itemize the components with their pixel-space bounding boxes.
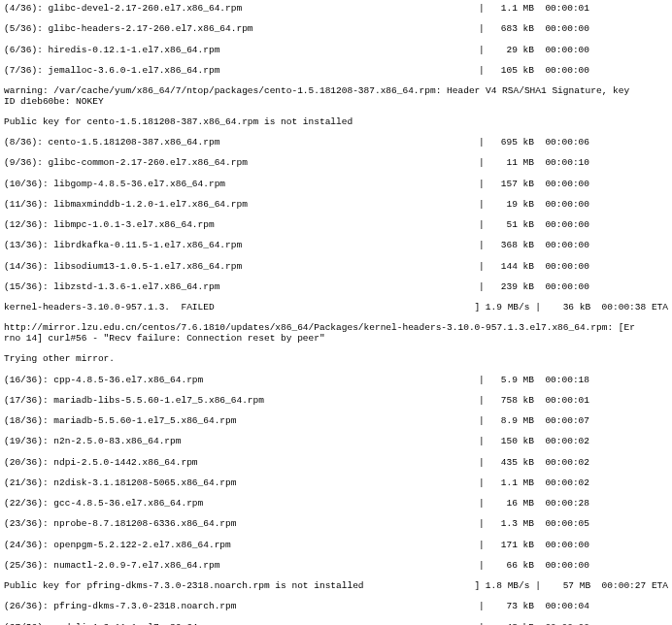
download-line: (20/36): ndpi-2.5.0-1442.x86_64.rpm| 435…	[4, 458, 668, 469]
warning-line: warning: /var/cache/yum/x86_64/7/ntop/pa…	[4, 86, 668, 107]
download-line: (10/36): libgomp-4.8.5-36.el7.x86_64.rpm…	[4, 180, 668, 190]
download-line: (17/36): mariadb-libs-5.5.60-1.el7_5.x86…	[4, 396, 668, 407]
download-line: (24/36): openpgm-5.2.122-2.el7.x86_64.rp…	[4, 541, 668, 551]
download-line: (18/36): mariadb-5.5.60-1.el7_5.x86_64.r…	[4, 416, 668, 427]
download-line: (14/36): libsodium13-1.0.5-1.el7.x86_64.…	[4, 262, 668, 273]
download-line: (4/36): glibc-devel-2.17-260.el7.x86_64.…	[4, 4, 668, 15]
error-line: http://mirror.lzu.edu.cn/centos/7.6.1810…	[4, 323, 668, 344]
download-line: (11/36): libmaxminddb-1.2.0-1.el7.x86_64…	[4, 200, 668, 211]
download-line: (8/36): cento-1.5.181208-387.x86_64.rpm|…	[4, 138, 668, 148]
pubkey-notice: Public key for cento-1.5.181208-387.x86_…	[4, 117, 668, 128]
download-line: (9/36): glibc-common-2.17-260.el7.x86_64…	[4, 158, 668, 169]
download-line: (7/36): jemalloc-3.6.0-1.el7.x86_64.rpm|…	[4, 66, 668, 77]
download-line: (5/36): glibc-headers-2.17-260.el7.x86_6…	[4, 24, 668, 35]
download-line: (6/36): hiredis-0.12.1-1.el7.x86_64.rpm|…	[4, 46, 668, 56]
download-line: (21/36): n2disk-3.1.181208-5065.x86_64.r…	[4, 478, 668, 489]
download-line: (13/36): librdkafka-0.11.5-1.el7.x86_64.…	[4, 241, 668, 251]
download-line: (16/36): cpp-4.8.5-36.el7.x86_64.rpm| 5.…	[4, 376, 668, 386]
pubkey-notice: Public key for pfring-dkms-7.3.0-2318.no…	[4, 581, 668, 592]
download-line: (19/36): n2n-2.5.0-83.x86_64.rpm| 150 kB…	[4, 437, 668, 447]
download-line: (12/36): libmpc-1.0.1-3.el7.x86_64.rpm| …	[4, 220, 668, 231]
failed-line: kernel-headers-3.10.0-957.1.3. FAILED] 1…	[4, 303, 668, 313]
download-line: (26/36): pfring-dkms-7.3.0-2318.noarch.r…	[4, 602, 668, 612]
download-line: (15/36): libzstd-1.3.6-1.el7.x86_64.rpm|…	[4, 282, 668, 293]
download-line: (23/36): nprobe-8.7.181208-6336.x86_64.r…	[4, 519, 668, 530]
download-line: (25/36): numactl-2.0.9-7.el7.x86_64.rpm|…	[4, 561, 668, 572]
trying-mirror: Trying other mirror.	[4, 354, 668, 365]
download-line: (22/36): gcc-4.8.5-36.el7.x86_64.rpm| 16…	[4, 499, 668, 510]
